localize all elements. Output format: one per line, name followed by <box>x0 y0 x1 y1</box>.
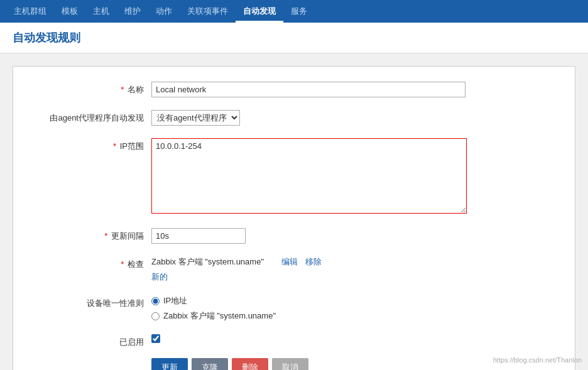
uniqueness-row: 设备唯一性准则 IP地址 Zabbix 客户端 "system.uname" <box>13 293 575 324</box>
page-header: 自动发现规则 <box>0 23 588 53</box>
nav-hosts[interactable]: 主机 <box>85 0 117 23</box>
uniqueness-value: IP地址 Zabbix 客户端 "system.uname" <box>151 295 575 322</box>
main-content: * 名称 由agent代理程序自动发现 没有agent代理程序 * IP范围 <box>0 53 588 370</box>
checks-row: * 检查 Zabbix 客户端 "system.uname" 编辑 移除 新的 <box>13 254 575 285</box>
name-required: * <box>121 85 124 94</box>
nav-host-groups[interactable]: 主机群组 <box>6 0 54 23</box>
interval-value <box>151 228 575 244</box>
interval-input[interactable] <box>151 228 246 244</box>
check-item: Zabbix 客户端 "system.uname" 编辑 移除 <box>151 256 562 268</box>
ip-label: * IP范围 <box>13 138 151 152</box>
uniqueness-ip-label: IP地址 <box>163 295 187 307</box>
checks-value: Zabbix 客户端 "system.uname" 编辑 移除 新的 <box>151 256 575 283</box>
nav-event-correlation[interactable]: 关联项事件 <box>180 0 236 23</box>
agent-label: 由agent代理程序自动发现 <box>13 110 151 124</box>
ip-row: * IP范围 10.0.0.1-254 <box>13 136 575 218</box>
form-card: * 名称 由agent代理程序自动发现 没有agent代理程序 * IP范围 <box>13 66 575 370</box>
name-input[interactable] <box>151 82 466 97</box>
interval-required: * <box>104 231 107 241</box>
agent-select[interactable]: 没有agent代理程序 <box>151 110 240 126</box>
watermark: https://blog.csdn.net/Thanlon <box>493 356 582 364</box>
uniqueness-ip-radio[interactable] <box>151 297 160 305</box>
uniqueness-zabbix-radio[interactable] <box>151 312 160 320</box>
name-value <box>151 82 575 97</box>
nav-actions[interactable]: 动作 <box>148 0 180 23</box>
nav-services[interactable]: 服务 <box>283 0 315 23</box>
clone-button[interactable]: 克隆 <box>192 358 228 370</box>
page-title: 自动发现规则 <box>13 30 575 45</box>
radio-group: IP地址 Zabbix 客户端 "system.uname" <box>151 295 562 322</box>
interval-label: * 更新间隔 <box>13 228 151 242</box>
enabled-checkbox-item <box>151 334 562 343</box>
interval-row: * 更新间隔 <box>13 226 575 246</box>
uniqueness-ip-item[interactable]: IP地址 <box>151 295 562 307</box>
ip-value: 10.0.0.1-254 <box>151 138 575 215</box>
ip-required: * <box>113 141 116 151</box>
action-buttons: 更新 克隆 删除 取消 <box>13 358 575 370</box>
uniqueness-zabbix-item[interactable]: Zabbix 客户端 "system.uname" <box>151 310 562 322</box>
nav-templates[interactable]: 模板 <box>54 0 85 23</box>
agent-row: 由agent代理程序自动发现 没有agent代理程序 <box>13 107 575 128</box>
checks-required: * <box>121 259 124 269</box>
delete-button[interactable]: 删除 <box>232 358 268 370</box>
top-nav: 主机群组 模板 主机 维护 动作 关联项事件 自动发现 服务 <box>0 0 588 23</box>
enabled-label: 已启用 <box>13 334 151 348</box>
checks-label: * 检查 <box>13 256 151 270</box>
name-row: * 名称 <box>13 79 575 100</box>
check-name: Zabbix 客户端 "system.uname" <box>151 256 264 268</box>
enabled-value <box>151 334 575 343</box>
name-label: * 名称 <box>13 82 151 95</box>
agent-value: 没有agent代理程序 <box>151 110 575 126</box>
enabled-checkbox[interactable] <box>151 334 160 343</box>
enabled-row: 已启用 <box>13 332 575 351</box>
update-button[interactable]: 更新 <box>151 358 188 370</box>
uniqueness-label: 设备唯一性准则 <box>13 295 151 309</box>
nav-maintenance[interactable]: 维护 <box>117 0 148 23</box>
nav-discovery[interactable]: 自动发现 <box>236 0 283 23</box>
ip-range-input[interactable]: 10.0.0.1-254 <box>151 138 467 214</box>
new-check-link[interactable]: 新的 <box>151 271 562 283</box>
check-edit-link[interactable]: 编辑 <box>281 257 298 266</box>
uniqueness-zabbix-label: Zabbix 客户端 "system.uname" <box>163 310 276 322</box>
check-actions: 编辑 移除 <box>276 256 322 268</box>
check-remove-link[interactable]: 移除 <box>305 257 322 266</box>
cancel-button[interactable]: 取消 <box>272 358 308 370</box>
